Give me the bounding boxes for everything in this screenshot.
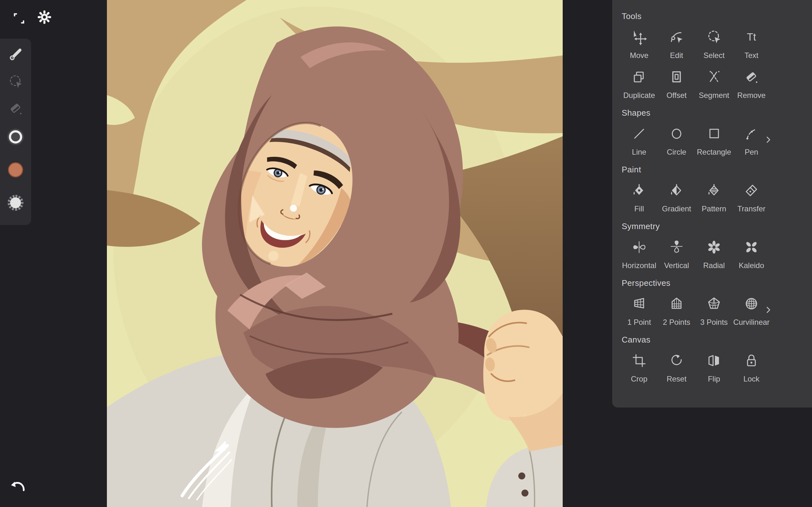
expand-icon[interactable]: [11, 10, 27, 26]
tool-row: CropResetFlipLock: [612, 352, 812, 383]
tool-text-button[interactable]: TtText: [733, 28, 770, 60]
tool-label: Move: [630, 51, 649, 60]
section-title-perspectives: Perspectives: [622, 278, 812, 288]
tool-label: Duplicate: [623, 91, 655, 100]
sym-radial-icon: [705, 238, 723, 256]
svg-text:Tt: Tt: [747, 31, 756, 43]
persp-2points-icon: [668, 295, 686, 313]
section-tools: ToolsMoveEditSelectTtTextDuplicateOffset…: [612, 11, 812, 100]
tool-label: Pattern: [702, 205, 726, 213]
fill-icon: [630, 181, 648, 199]
persp-3points-icon: [705, 295, 723, 313]
tool-label: Offset: [666, 91, 687, 100]
tool-fill-button[interactable]: Fill: [620, 181, 658, 213]
section-shapes: ShapesLineCircleRectanglePen: [612, 108, 812, 157]
tool-radial-button[interactable]: Radial: [695, 238, 733, 270]
chevron-right-icon[interactable]: [764, 305, 773, 314]
chevron-right-icon[interactable]: [764, 135, 773, 144]
tool-edit-button[interactable]: Edit: [658, 28, 695, 60]
remove-icon: [743, 68, 760, 86]
crop-icon: [630, 352, 648, 370]
tool-label: Segment: [699, 91, 729, 100]
tool-lock-button[interactable]: Lock: [733, 352, 770, 383]
tool-label: Horizontal: [622, 261, 656, 270]
tool-offset-button[interactable]: Offset: [658, 68, 695, 100]
undo-button[interactable]: [9, 477, 28, 495]
alpha-checker-circle: [8, 195, 23, 211]
tool-1-point-button[interactable]: 1 Point: [620, 295, 658, 327]
stroke-ring-icon: [7, 129, 24, 145]
tool-label: Curvilinear: [733, 318, 770, 327]
tool-label: Lock: [744, 375, 760, 383]
offset-icon: [668, 68, 686, 86]
line-icon: [630, 125, 648, 143]
opacity-swatch[interactable]: [7, 194, 24, 212]
tool-label: Crop: [631, 375, 647, 383]
move-icon: [630, 28, 648, 46]
app-window: ToolsMoveEditSelectTtTextDuplicateOffset…: [0, 0, 812, 507]
section-title-paint: Paint: [622, 165, 812, 175]
tool-rectangle-button[interactable]: Rectangle: [695, 125, 733, 157]
flip-icon: [705, 352, 723, 370]
tool-duplicate-button[interactable]: Duplicate: [620, 68, 658, 100]
tool-row: HorizontalVerticalRadialKaleido: [612, 238, 812, 270]
eraser-tool-button[interactable]: [7, 100, 24, 117]
edit-icon: [668, 28, 686, 46]
tool-vertical-button[interactable]: Vertical: [658, 238, 695, 270]
tool-remove-button[interactable]: Remove: [733, 68, 770, 100]
section-symmetry: SymmetryHorizontalVerticalRadialKaleido: [612, 222, 812, 270]
sym-kaleido-icon: [743, 238, 760, 256]
pattern-icon: [705, 181, 723, 199]
section-title-shapes: Shapes: [622, 108, 812, 118]
tool-label: Pen: [745, 148, 758, 157]
section-title-canvas: Canvas: [622, 335, 812, 345]
canvas-artwork: [107, 0, 563, 507]
circle-icon: [668, 125, 686, 143]
tool-segment-button[interactable]: Segment: [695, 68, 733, 100]
tool-horizontal-button[interactable]: Horizontal: [620, 238, 658, 270]
settings-gear-icon[interactable]: [36, 9, 53, 25]
tool-pattern-button[interactable]: Pattern: [695, 181, 733, 213]
stroke-color-swatch[interactable]: [7, 128, 24, 146]
tool-crop-button[interactable]: Crop: [620, 352, 658, 383]
rectangle-icon: [705, 125, 723, 143]
tool-label: Gradient: [662, 205, 691, 213]
tool-circle-button[interactable]: Circle: [658, 125, 695, 157]
section-paint: PaintFillGradientPatternTransfer: [612, 165, 812, 213]
tool-label: Kaleido: [739, 261, 764, 270]
tool-line-button[interactable]: Line: [620, 125, 658, 157]
sym-horizontal-icon: [630, 238, 648, 256]
tool-2-points-button[interactable]: 2 Points: [658, 295, 695, 327]
tool-transfer-button[interactable]: Transfer: [733, 181, 770, 213]
fill-color-swatch[interactable]: [7, 161, 24, 179]
tool-flip-button[interactable]: Flip: [695, 352, 733, 383]
tool-select-button[interactable]: Select: [695, 28, 733, 60]
tool-label: Radial: [703, 261, 725, 270]
fill-color-circle: [8, 162, 23, 177]
pen-tool-button[interactable]: [7, 46, 24, 63]
tool-label: Reset: [667, 375, 687, 383]
tool-reset-button[interactable]: Reset: [658, 352, 695, 383]
tool-gradient-button[interactable]: Gradient: [658, 181, 695, 213]
tool-label: Line: [632, 148, 646, 157]
sym-vertical-icon: [668, 238, 686, 256]
tool-label: Edit: [670, 51, 683, 60]
tool-label: Flip: [708, 375, 720, 383]
reset-icon: [668, 352, 686, 370]
section-perspectives: Perspectives1 Point2 Points3 PointsCurvi…: [612, 278, 812, 327]
tool-move-button[interactable]: Move: [620, 28, 658, 60]
tool-label: Text: [745, 51, 758, 60]
tool-label: Fill: [635, 205, 644, 213]
tool-label: 3 Points: [700, 318, 728, 327]
tool-label: Transfer: [738, 205, 765, 213]
persp-curvilinear-icon: [743, 295, 760, 313]
tool-3-points-button[interactable]: 3 Points: [695, 295, 733, 327]
tool-label: 1 Point: [627, 318, 651, 327]
select-tool-button[interactable]: [7, 73, 24, 91]
tool-kaleido-button[interactable]: Kaleido: [733, 238, 770, 270]
tool-label: Vertical: [664, 261, 689, 270]
segment-icon: [705, 68, 723, 86]
drawing-canvas[interactable]: [107, 0, 563, 507]
tool-row: MoveEditSelectTtText: [612, 28, 812, 60]
left-toolbar: [0, 39, 31, 225]
